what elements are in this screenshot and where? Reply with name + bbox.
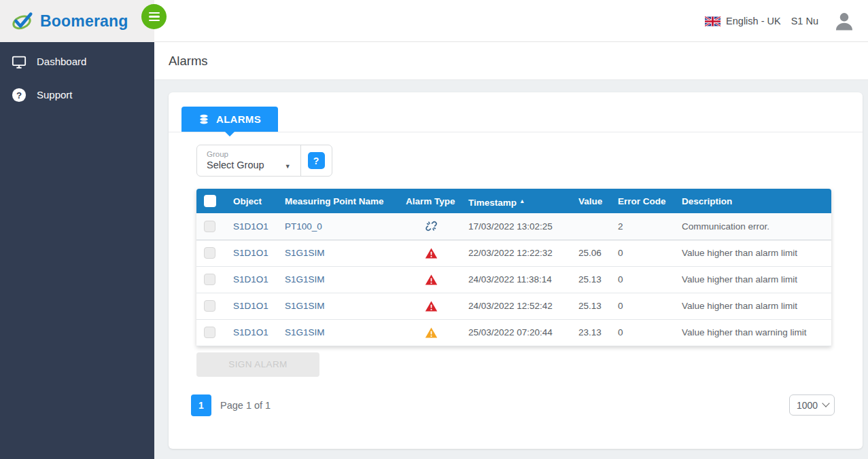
error-code-cell: 0	[618, 293, 682, 319]
tab-alarms[interactable]: ALARMS	[181, 107, 278, 132]
sidebar-item-support[interactable]: ? Support	[0, 78, 154, 111]
pagination: 1 Page 1 of 1 1000	[191, 394, 835, 416]
topbar: Boomerang English - UK S1	[0, 0, 868, 42]
object-link[interactable]: S1D1O1	[233, 221, 268, 232]
app-window: Boomerang English - UK S1	[0, 0, 868, 459]
column-header-object[interactable]: Object	[233, 189, 285, 213]
alarm-triangle-icon	[425, 274, 438, 286]
column-header-timestamp[interactable]: Timestamp	[468, 189, 578, 213]
language-selector[interactable]: English - UK	[705, 16, 781, 26]
timestamp-cell: 25/03/2022 07:20:44	[468, 319, 578, 346]
object-link[interactable]: S1D1O1	[233, 274, 268, 284]
help-cell: ?	[300, 145, 332, 176]
timestamp-cell: 24/03/2022 12:52:42	[468, 293, 578, 319]
value-cell: 25.13	[578, 266, 618, 293]
description-cell: Value higher than alarm limit	[682, 293, 831, 319]
column-header-error-code[interactable]: Error Code	[618, 189, 682, 213]
object-link[interactable]: S1D1O1	[233, 327, 268, 337]
column-header-alarm-type[interactable]: Alarm Type	[406, 189, 468, 213]
page-title: Alarms	[169, 54, 208, 69]
description-cell: Value higher than alarm limit	[682, 240, 831, 266]
user-menu[interactable]: S1 Nu	[791, 16, 818, 26]
row-checkbox[interactable]	[204, 221, 215, 232]
table-row: S1D1O1 S1G1SIM 25/03/2022 07:20:44 23	[196, 319, 831, 346]
timestamp-cell: 22/03/2022 12:22:32	[468, 240, 578, 266]
menu-toggle-button[interactable]	[141, 4, 167, 29]
alarm-triangle-icon	[425, 247, 438, 259]
value-cell	[578, 213, 618, 240]
description-cell: Communication error.	[682, 213, 831, 240]
column-header-description[interactable]: Description	[682, 189, 831, 213]
group-select-value: Select Group	[207, 160, 264, 170]
question-circle-icon: ?	[12, 88, 27, 103]
row-checkbox[interactable]	[204, 300, 215, 312]
alarms-table: Object Measuring Point Name Alarm Type T…	[196, 189, 831, 346]
table-row: S1D1O1 S1G1SIM 24/03/2022 12:52:42 25	[196, 293, 831, 319]
error-code-cell: 0	[618, 240, 682, 266]
hamburger-icon	[149, 12, 160, 14]
tab-bar: ALARMS	[169, 107, 863, 132]
alarm-triangle-icon	[425, 300, 438, 312]
object-link[interactable]: S1D1O1	[233, 248, 268, 258]
measuring-point-link[interactable]: PT100_0	[285, 221, 322, 232]
measuring-point-link[interactable]: S1G1SIM	[285, 301, 325, 311]
broken-link-icon	[425, 220, 438, 232]
database-icon	[198, 114, 209, 125]
error-code-cell: 2	[618, 213, 682, 240]
measuring-point-link[interactable]: S1G1SIM	[285, 274, 325, 284]
table-row: S1D1O1 PT100_0 17/03/2022 13:02:	[196, 213, 831, 240]
boomerang-logo-icon	[9, 10, 35, 32]
monitor-icon	[12, 54, 27, 69]
logo-text: Boomerang	[40, 12, 128, 31]
sidebar-item-dashboard[interactable]: Dashboard	[0, 45, 154, 78]
avatar[interactable]	[833, 10, 856, 33]
user-avatar-icon	[833, 10, 856, 33]
page-size-select-wrap: 1000	[789, 394, 835, 416]
group-select[interactable]: Group Select Group	[197, 145, 300, 176]
description-cell: Value higher than warning limit	[682, 319, 831, 346]
page-header: Alarms	[154, 42, 868, 80]
group-filter: Group Select Group ?	[196, 145, 332, 177]
chevron-down-icon	[285, 160, 291, 170]
warning-triangle-icon	[425, 327, 438, 339]
page-count-label: Page 1 of 1	[220, 400, 271, 411]
measuring-point-link[interactable]: S1G1SIM	[285, 248, 325, 258]
timestamp-cell: 24/03/2022 11:38:14	[468, 266, 578, 293]
description-cell: Value higher than alarm limit	[682, 266, 831, 293]
svg-text:?: ?	[16, 90, 22, 100]
measuring-point-link[interactable]: S1G1SIM	[285, 327, 325, 337]
uk-flag-icon	[705, 16, 721, 26]
timestamp-cell: 17/03/2022 13:02:25	[468, 213, 578, 240]
select-all-checkbox[interactable]	[204, 195, 216, 207]
sign-alarm-button[interactable]: SIGN ALARM	[196, 352, 319, 377]
filter-row: Group Select Group ?	[196, 145, 863, 177]
row-checkbox[interactable]	[204, 274, 215, 285]
group-select-label: Group	[207, 150, 291, 158]
value-cell: 25.06	[578, 240, 618, 266]
select-all-header	[196, 189, 233, 213]
row-checkbox[interactable]	[204, 247, 215, 259]
content: ALARMS Group Select Group ?	[154, 80, 868, 459]
topbar-right: English - UK S1 Nu	[705, 0, 856, 42]
error-code-cell: 0	[618, 266, 682, 293]
value-cell: 25.13	[578, 293, 618, 319]
value-cell: 23.13	[578, 319, 618, 346]
sidebar: Dashboard ? Support	[0, 42, 154, 459]
logo[interactable]: Boomerang	[0, 0, 154, 42]
column-header-measuring-point[interactable]: Measuring Point Name	[285, 189, 406, 213]
error-code-cell: 0	[618, 319, 682, 346]
sort-ascending-icon	[519, 195, 525, 205]
column-header-value[interactable]: Value	[578, 189, 618, 213]
page-number-button[interactable]: 1	[191, 394, 211, 416]
row-checkbox[interactable]	[204, 327, 215, 338]
sidebar-item-label: Dashboard	[37, 56, 86, 67]
tab-label: ALARMS	[216, 113, 261, 125]
language-label: English - UK	[726, 16, 781, 26]
table-header-row: Object Measuring Point Name Alarm Type T…	[196, 189, 831, 213]
help-button[interactable]: ?	[308, 152, 325, 169]
table-row: S1D1O1 S1G1SIM 24/03/2022 11:38:14 25	[196, 266, 831, 293]
object-link[interactable]: S1D1O1	[233, 301, 268, 311]
alarms-card: ALARMS Group Select Group ?	[169, 92, 863, 449]
page-size-select[interactable]: 1000	[789, 394, 835, 416]
table-row: S1D1O1 S1G1SIM 22/03/2022 12:22:32 25	[196, 240, 831, 266]
